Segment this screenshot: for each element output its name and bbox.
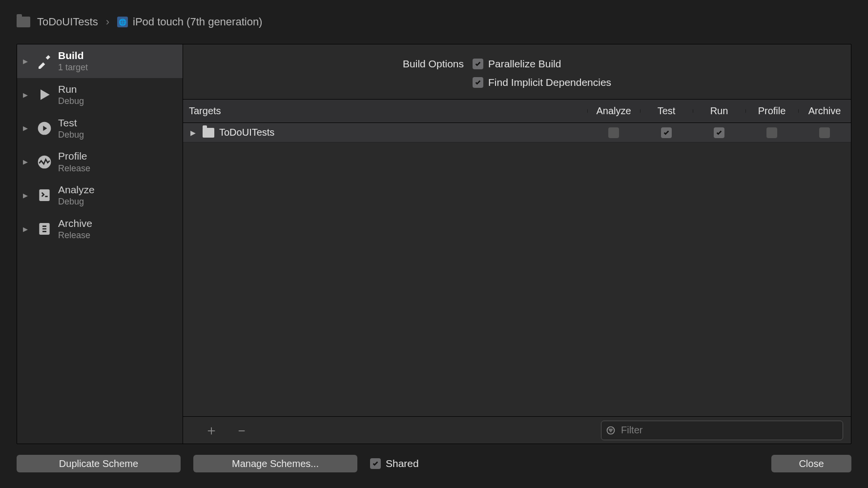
profile-checkbox[interactable] bbox=[766, 127, 777, 138]
archive-icon bbox=[37, 221, 52, 237]
sidebar-item-run[interactable]: ▶ Run Debug bbox=[17, 78, 183, 112]
col-analyze[interactable]: Analyze bbox=[587, 105, 640, 117]
run-checkbox[interactable] bbox=[714, 127, 724, 138]
parallelize-build-checkbox[interactable]: Parallelize Build bbox=[473, 58, 611, 70]
svg-rect-2 bbox=[39, 189, 49, 201]
filter-icon bbox=[606, 426, 616, 435]
sidebar-item-label: Archive bbox=[58, 217, 92, 230]
filter-field[interactable] bbox=[601, 421, 843, 440]
chevron-right-icon[interactable]: ▶ bbox=[23, 91, 28, 99]
test-checkbox[interactable] bbox=[661, 127, 672, 138]
wrench-play-icon bbox=[37, 121, 52, 136]
manage-schemes-button[interactable]: Manage Schemes... bbox=[193, 455, 357, 472]
checkbox-label: Shared bbox=[386, 458, 419, 469]
add-target-button[interactable]: ＋ bbox=[205, 424, 218, 437]
play-icon bbox=[37, 87, 52, 102]
col-profile[interactable]: Profile bbox=[745, 105, 798, 117]
checkbox-checked-icon bbox=[473, 59, 483, 69]
sidebar-item-analyze[interactable]: ▶ Analyze Debug bbox=[17, 179, 183, 212]
chevron-right-icon: › bbox=[106, 16, 109, 28]
table-row[interactable]: ▶ ToDoUITests bbox=[183, 123, 851, 142]
chevron-right-icon[interactable]: ▶ bbox=[23, 158, 28, 165]
chevron-right-icon[interactable]: ▶ bbox=[23, 58, 28, 65]
col-archive[interactable]: Archive bbox=[798, 105, 851, 117]
dialog-footer: Duplicate Scheme Manage Schemes... Share… bbox=[0, 444, 868, 472]
targets-table-header: Targets Analyze Test Run Profile Archive bbox=[183, 100, 851, 123]
sidebar: ▶ Build 1 target ▶ Run Debug ▶ bbox=[17, 44, 183, 444]
scheme-name[interactable]: ToDoUITests bbox=[37, 16, 98, 28]
chevron-right-icon[interactable]: ▶ bbox=[183, 129, 203, 137]
breadcrumb: ToDoUITests › 🌐 iPod touch (7th generati… bbox=[0, 0, 868, 44]
device-icon: 🌐 bbox=[117, 17, 128, 27]
shared-checkbox[interactable]: Shared bbox=[370, 458, 419, 469]
remove-target-button[interactable]: － bbox=[235, 424, 248, 437]
sidebar-item-label: Profile bbox=[58, 150, 90, 163]
sidebar-item-subtitle: Release bbox=[58, 230, 92, 241]
targets-toolbar: ＋ － bbox=[183, 416, 851, 444]
sidebar-item-label: Test bbox=[58, 117, 84, 129]
chevron-right-icon[interactable]: ▶ bbox=[23, 192, 28, 199]
sidebar-item-label: Build bbox=[58, 49, 88, 62]
scheme-editor-window: ▶ Build 1 target ▶ Run Debug ▶ bbox=[17, 44, 851, 444]
gauge-icon bbox=[37, 154, 52, 170]
col-test[interactable]: Test bbox=[640, 105, 693, 117]
sidebar-item-subtitle: 1 target bbox=[58, 62, 88, 73]
analyze-icon bbox=[37, 187, 52, 203]
chevron-right-icon[interactable]: ▶ bbox=[23, 124, 28, 132]
sidebar-item-label: Run bbox=[58, 83, 84, 96]
target-name: ToDoUITests bbox=[219, 127, 587, 138]
sidebar-item-build[interactable]: ▶ Build 1 target bbox=[17, 44, 183, 78]
sidebar-item-label: Analyze bbox=[58, 183, 95, 196]
find-implicit-dependencies-checkbox[interactable]: Find Implicit Dependencies bbox=[473, 77, 611, 88]
filter-input[interactable] bbox=[601, 421, 843, 440]
targets-table-body: ▶ ToDoUITests bbox=[183, 123, 851, 416]
checkbox-checked-icon bbox=[473, 77, 483, 88]
sidebar-item-archive[interactable]: ▶ Archive Release bbox=[17, 212, 183, 246]
build-options-label: Build Options bbox=[183, 58, 464, 88]
sidebar-item-subtitle: Debug bbox=[58, 96, 84, 107]
sidebar-item-profile[interactable]: ▶ Profile Release bbox=[17, 145, 183, 179]
build-options-section: Build Options Parallelize Build Find Imp… bbox=[183, 44, 851, 100]
sidebar-item-subtitle: Release bbox=[58, 163, 90, 174]
col-targets[interactable]: Targets bbox=[183, 105, 587, 117]
close-button[interactable]: Close bbox=[771, 455, 851, 472]
main-pane: Build Options Parallelize Build Find Imp… bbox=[183, 44, 851, 444]
duplicate-scheme-button[interactable]: Duplicate Scheme bbox=[17, 455, 181, 472]
col-run[interactable]: Run bbox=[693, 105, 745, 117]
checkbox-label: Find Implicit Dependencies bbox=[488, 77, 611, 88]
sidebar-item-subtitle: Debug bbox=[58, 196, 95, 207]
hammer-icon bbox=[37, 53, 52, 69]
archive-checkbox[interactable] bbox=[819, 127, 830, 138]
analyze-checkbox[interactable] bbox=[608, 127, 619, 138]
chevron-right-icon[interactable]: ▶ bbox=[23, 225, 28, 233]
checkbox-checked-icon bbox=[370, 458, 381, 469]
target-folder-icon bbox=[203, 128, 214, 138]
sidebar-item-subtitle: Debug bbox=[58, 129, 84, 141]
scheme-folder-icon bbox=[17, 17, 30, 27]
sidebar-item-test[interactable]: ▶ Test Debug bbox=[17, 112, 183, 145]
destination-name[interactable]: iPod touch (7th generation) bbox=[133, 16, 262, 28]
checkbox-label: Parallelize Build bbox=[488, 58, 561, 70]
